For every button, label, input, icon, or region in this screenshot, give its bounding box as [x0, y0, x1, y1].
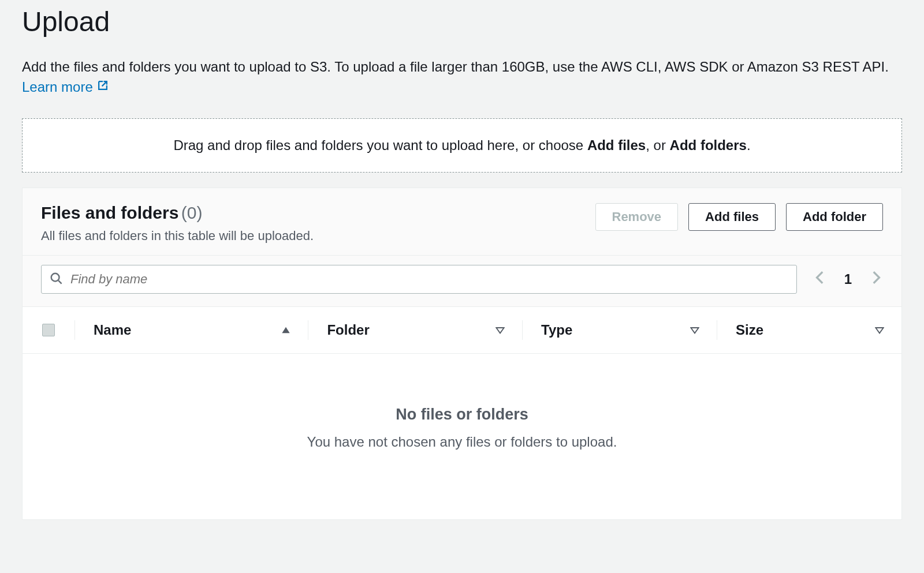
column-folder-label: Folder — [327, 322, 369, 338]
dropzone-add-files: Add files — [587, 137, 646, 153]
remove-button: Remove — [595, 203, 679, 231]
current-page: 1 — [844, 271, 852, 287]
pagination: 1 — [813, 270, 883, 289]
page-description: Add the files and folders you want to up… — [22, 57, 902, 98]
dropzone-add-folders: Add folders — [670, 137, 747, 153]
empty-subtitle: You have not chosen any files or folders… — [34, 434, 890, 450]
panel-subtitle: All files and folders in this table will… — [41, 229, 314, 244]
dropzone-text-sep: , or — [646, 137, 669, 153]
page-title: Upload — [22, 6, 902, 38]
select-all-checkbox[interactable] — [42, 324, 55, 336]
files-panel: Files and folders (0) All files and fold… — [22, 188, 902, 520]
add-folder-button[interactable]: Add folder — [786, 203, 883, 231]
svg-point-0 — [51, 273, 59, 281]
column-size-label: Size — [736, 322, 763, 338]
panel-header: Files and folders (0) All files and fold… — [23, 188, 901, 256]
learn-more-label: Learn more — [22, 77, 93, 98]
table-header: Name Folder Type — [23, 306, 901, 354]
panel-actions: Remove Add files Add folder — [595, 203, 884, 231]
panel-count: (0) — [181, 203, 203, 222]
empty-state: No files or folders You have not chosen … — [23, 354, 901, 519]
column-type-label: Type — [541, 322, 572, 338]
dropzone[interactable]: Drag and drop files and folders you want… — [22, 118, 902, 173]
sort-icon — [495, 322, 505, 338]
description-text: Add the files and folders you want to up… — [22, 59, 889, 74]
column-folder[interactable]: Folder — [308, 320, 522, 340]
column-size[interactable]: Size — [717, 320, 901, 340]
external-link-icon — [96, 77, 109, 98]
prev-page-button[interactable] — [813, 270, 828, 289]
next-page-button[interactable] — [868, 270, 883, 289]
search-wrap — [41, 265, 797, 294]
dropzone-text-prefix: Drag and drop files and folders you want… — [173, 137, 587, 153]
empty-title: No files or folders — [34, 406, 890, 424]
column-type[interactable]: Type — [522, 320, 717, 340]
toolbar: 1 — [23, 256, 901, 306]
panel-title: Files and folders — [41, 203, 178, 222]
dropzone-text-suffix: . — [747, 137, 751, 153]
add-files-button[interactable]: Add files — [688, 203, 776, 231]
column-name[interactable]: Name — [74, 320, 308, 340]
column-name-label: Name — [94, 322, 131, 338]
search-icon — [50, 272, 62, 287]
sort-icon — [690, 322, 699, 338]
sort-asc-icon — [281, 322, 290, 338]
search-input[interactable] — [62, 272, 788, 287]
learn-more-link[interactable]: Learn more — [22, 77, 109, 98]
sort-icon — [875, 322, 884, 338]
